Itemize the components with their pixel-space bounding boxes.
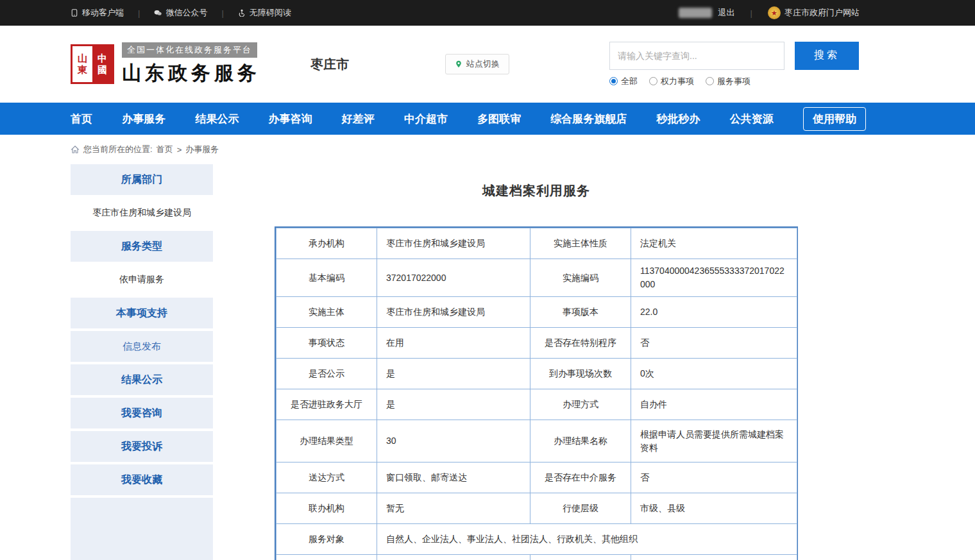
site-switch-label: 站点切换 [466, 58, 500, 70]
field-label: 基本编码 [276, 259, 377, 297]
breadcrumb-prefix: 您当前所在的位置: [83, 144, 153, 155]
table-row-span: 服务对象 自然人、企业法人、事业法人、社团法人、行政机关、其他组织 [276, 524, 797, 555]
sidebar-item-info-release[interactable]: 信息发布 [71, 331, 213, 362]
field-label: 实施主体性质 [530, 228, 631, 259]
field-label: 事项版本 [530, 297, 631, 328]
table-row: 办理结果类型 30 办理结果名称 根据申请人员需要提供所需城建档案资料 [276, 420, 797, 462]
filter-label: 全部 [621, 76, 638, 87]
field-value: 30 [377, 420, 530, 462]
search-button[interactable]: 搜索 [795, 42, 859, 70]
sidebar-item-on-request-service[interactable]: 依申请服务 [71, 264, 213, 295]
sidebar-item-complain[interactable]: 我要投诉 [71, 431, 213, 462]
sidebar: 所属部门 枣庄市住房和城乡建设局 服务类型 依申请服务 本事项支持 信息发布 结… [71, 164, 213, 560]
table-row: 送达方式 窗口领取、邮寄送达 是否存在中介服务 否 [276, 462, 797, 493]
field-label: 是否公示 [276, 359, 377, 389]
radio-dot [609, 77, 618, 85]
sidebar-item-result-publicity[interactable]: 结果公示 [71, 364, 213, 395]
breadcrumb-separator: > [177, 145, 182, 155]
wechat-label: 微信公众号 [165, 7, 207, 19]
breadcrumb: 您当前所在的位置: 首页 > 办事服务 [0, 135, 975, 164]
sidebar-item-service-type-header[interactable]: 服务类型 [71, 231, 213, 262]
portal-link[interactable]: ★ 枣庄市政府门户网站 [768, 6, 860, 19]
table-row: 实施主体 枣庄市住房和城乡建设局 事项版本 22.0 [276, 297, 797, 328]
site-switch-button[interactable]: 站点切换 [445, 54, 509, 74]
field-value: 0次 [631, 359, 797, 389]
table-row: 事项状态 在用 是否存在特别程序 否 [276, 328, 797, 359]
field-value: 自办件 [631, 389, 797, 420]
breadcrumb-current[interactable]: 办事服务 [185, 144, 219, 155]
sidebar-item-department-header[interactable]: 所属部门 [71, 164, 213, 195]
seal-char: 東 [78, 64, 87, 76]
search-area: 搜索 全部 权力事项 服务事项 [609, 42, 860, 87]
mobile-client-link[interactable]: 移动客户端 [71, 7, 124, 19]
field-label: 实施主体 [276, 297, 377, 328]
filter-radio-power-items[interactable]: 权力事项 [649, 76, 694, 87]
nav-item-joint-review[interactable]: 多图联审 [477, 112, 521, 126]
field-label: 办理结果类型 [276, 420, 377, 462]
nav-item-result-publicity[interactable]: 结果公示 [195, 112, 239, 126]
divider: | [750, 8, 752, 18]
field-value: 是 [377, 359, 530, 389]
page-title: 城建档案利用服务 [275, 182, 798, 199]
nav-item-flagship-store[interactable]: 综合服务旗舰店 [550, 112, 627, 126]
main-navigation: 首页 办事服务 结果公示 办事咨询 好差评 中介超市 多图联审 综合服务旗舰店 … [0, 103, 975, 135]
field-value: 根据申请人员需要提供所需城建档案资料 [631, 420, 797, 462]
site-header: 山 東 中 國 全国一体化在线政务服务平台 山东政务服务 枣庄市 站点切换 搜索… [0, 26, 975, 103]
field-label: 送达方式 [276, 462, 377, 493]
wechat-link[interactable]: 微信公众号 [154, 7, 207, 19]
breadcrumb-home-link[interactable]: 首页 [157, 144, 173, 155]
accessibility-icon [238, 9, 246, 17]
shandong-seal-logo: 山 東 中 國 [71, 44, 114, 84]
nav-item-reviews[interactable]: 好差评 [342, 112, 375, 126]
field-value [631, 555, 797, 560]
radio-dot [706, 77, 714, 85]
nav-item-consultation[interactable]: 办事咨询 [269, 112, 312, 126]
filter-label: 服务事项 [717, 76, 750, 87]
accessibility-label: 无障碍阅读 [250, 7, 291, 19]
table-row: 是否进驻政务大厅 是 办理方式 自办件 [276, 389, 797, 420]
field-value: 枣庄市住房和城乡建设局 [377, 297, 530, 328]
table-row-partial [276, 555, 797, 560]
divider: | [221, 8, 223, 18]
logout-link[interactable]: 退出 [718, 7, 735, 19]
field-value: 否 [631, 462, 797, 493]
table-row: 联办机构 暂无 行使层级 市级、县级 [276, 493, 797, 524]
filter-radio-service-items[interactable]: 服务事项 [706, 76, 750, 87]
nav-item-intermediary-market[interactable]: 中介超市 [404, 112, 448, 126]
nav-item-help[interactable]: 使用帮助 [803, 107, 866, 131]
platform-tagline: 全国一体化在线政务服务平台 [122, 42, 257, 58]
masked-username [679, 8, 712, 18]
site-logo[interactable]: 山 東 中 國 全国一体化在线政务服务平台 山东政务服务 [71, 42, 260, 87]
field-value: 在用 [377, 328, 530, 359]
seal-char: 中 [98, 53, 107, 64]
nav-item-home[interactable]: 首页 [71, 112, 92, 126]
home-icon [71, 145, 80, 154]
current-city: 枣庄市 [310, 56, 349, 73]
wechat-icon [154, 9, 162, 17]
field-label: 服务对象 [276, 524, 377, 555]
divider: | [138, 8, 140, 18]
field-value: 11370400004236555333372017022000 [631, 259, 797, 297]
nav-item-public-resources[interactable]: 公共资源 [730, 112, 774, 126]
site-name: 山东政务服务 [122, 60, 260, 87]
search-input[interactable] [609, 42, 784, 70]
field-label: 办理方式 [530, 389, 631, 420]
sidebar-item-consult[interactable]: 我要咨询 [71, 398, 213, 428]
sidebar-item-favorite[interactable]: 我要收藏 [71, 464, 213, 495]
sidebar-item-supports-header[interactable]: 本事项支持 [71, 298, 213, 328]
field-label: 事项状态 [276, 328, 377, 359]
radio-dot [649, 77, 657, 85]
field-value: 否 [631, 328, 797, 359]
field-value: 法定机关 [631, 228, 797, 259]
seal-char: 山 [78, 53, 87, 64]
field-label: 是否存在中介服务 [530, 462, 631, 493]
sidebar-item-department[interactable]: 枣庄市住房和城乡建设局 [71, 198, 213, 228]
nav-item-instant-approval[interactable]: 秒批秒办 [657, 112, 700, 126]
content-area: 所属部门 枣庄市住房和城乡建设局 服务类型 依申请服务 本事项支持 信息发布 结… [0, 164, 975, 560]
accessibility-link[interactable]: 无障碍阅读 [238, 7, 291, 19]
filter-radio-all[interactable]: 全部 [609, 76, 638, 87]
filter-label: 权力事项 [661, 76, 694, 87]
location-pin-icon [455, 60, 462, 68]
mobile-client-label: 移动客户端 [82, 7, 124, 19]
nav-item-services[interactable]: 办事服务 [122, 112, 165, 126]
